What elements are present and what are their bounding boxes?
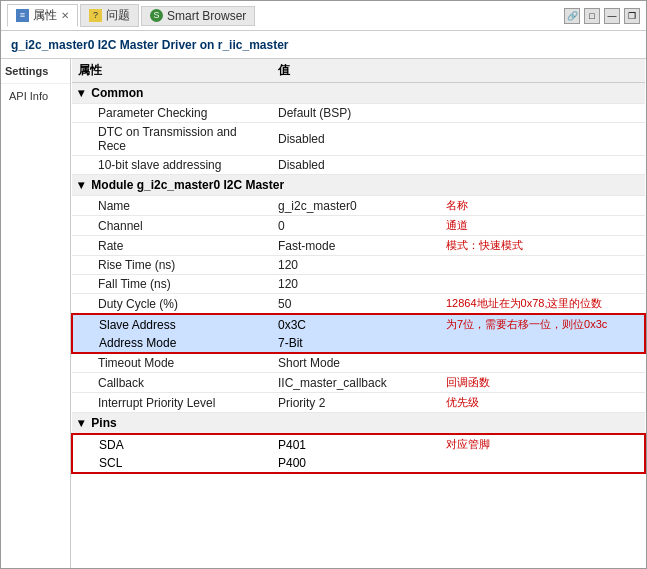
window-controls: 🔗 □ — ❐ <box>564 8 640 24</box>
table-row: Fall Time (ns) 120 <box>72 275 645 294</box>
table-row-scl: SCL P400 <box>72 454 645 473</box>
table-row: 10-bit slave addressing Disabled <box>72 156 645 175</box>
tab-properties-label: 属性 <box>33 7 57 24</box>
table-row: Rise Time (ns) 120 <box>72 256 645 275</box>
maximize-button[interactable]: □ <box>584 8 600 24</box>
table-row: Channel 0 通道 <box>72 216 645 236</box>
section-module: ▾ Module g_i2c_master0 I2C Master <box>72 175 645 196</box>
sidebar: Settings API Info <box>1 59 71 568</box>
section-arrow-common: ▾ <box>78 86 84 100</box>
sidebar-section-settings: Settings <box>1 59 70 84</box>
table-row: Callback IIC_master_callback 回调函数 <box>72 373 645 393</box>
browser-icon: S <box>150 9 163 22</box>
table-row: Rate Fast-mode 模式：快速模式 <box>72 236 645 256</box>
title-bar: ≡ 属性 ✕ ? 问题 S Smart Browser 🔗 □ — ❐ <box>1 1 646 31</box>
section-arrow-pins: ▾ <box>78 416 84 430</box>
section-common: ▾ Common <box>72 83 645 104</box>
tab-smart-browser[interactable]: S Smart Browser <box>141 6 255 26</box>
col-attr-header: 属性 <box>72 59 272 83</box>
main-window: ≡ 属性 ✕ ? 问题 S Smart Browser 🔗 □ — ❐ g_i2… <box>0 0 647 569</box>
page-title: g_i2c_master0 I2C Master Driver on r_iic… <box>1 31 646 59</box>
properties-icon: ≡ <box>16 9 29 22</box>
content-area: Settings API Info 属性 值 <box>1 59 646 568</box>
table-header: 属性 值 <box>72 59 645 83</box>
tab-close-icon[interactable]: ✕ <box>61 10 69 21</box>
tab-issues-label: 问题 <box>106 7 130 24</box>
table-row: Interrupt Priority Level Priority 2 优先级 <box>72 393 645 413</box>
table-row-sda: SDA P401 对应管脚 <box>72 434 645 454</box>
table-row: Parameter Checking Default (BSP) <box>72 104 645 123</box>
tab-bar: ≡ 属性 ✕ ? 问题 S Smart Browser <box>7 4 255 27</box>
section-arrow-module: ▾ <box>78 178 84 192</box>
minimize-button[interactable]: — <box>604 8 620 24</box>
table-row: DTC on Transmission and Rece Disabled <box>72 123 645 156</box>
table-row: Duty Cycle (%) 50 12864地址在为0x78,这里的位数 <box>72 294 645 315</box>
tab-browser-label: Smart Browser <box>167 9 246 23</box>
table-row: Name g_i2c_master0 名称 <box>72 196 645 216</box>
properties-table: 属性 值 ▾ Common Parameter Checking <box>71 59 646 474</box>
table-row: Timeout Mode Short Mode <box>72 353 645 373</box>
issues-icon: ? <box>89 9 102 22</box>
properties-panel: 属性 值 ▾ Common Parameter Checking <box>71 59 646 568</box>
tab-properties[interactable]: ≡ 属性 ✕ <box>7 4 78 27</box>
restore-button[interactable]: ❐ <box>624 8 640 24</box>
table-row-address-mode: Address Mode 7-Bit <box>72 334 645 353</box>
sidebar-item-api-info[interactable]: API Info <box>1 84 70 108</box>
section-pins: ▾ Pins <box>72 413 645 435</box>
tab-issues[interactable]: ? 问题 <box>80 4 139 27</box>
link-button[interactable]: 🔗 <box>564 8 580 24</box>
col-val-header: 值 <box>272 59 432 83</box>
table-row-slave-address: Slave Address 0x3C 为7位，需要右移一位，则位0x3c <box>72 314 645 334</box>
